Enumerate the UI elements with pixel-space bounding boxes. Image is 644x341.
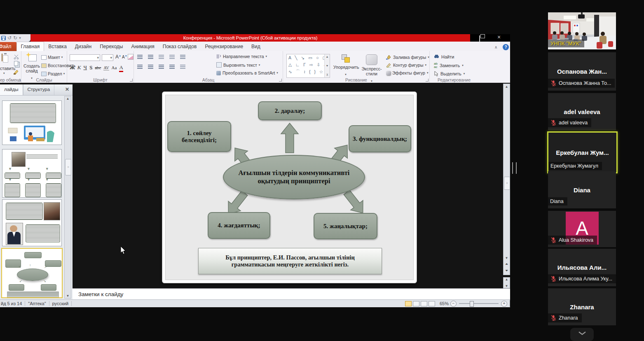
redo-icon[interactable]: ↻ bbox=[13, 35, 17, 40]
shapes-gallery[interactable]: A ╲ ↘ ▭ ○ ▢ △ ∟ Γ ⇨ ⇩ ▱ ∿ ⌒ ≀ { } ☆ ▲▼⊼ bbox=[286, 54, 330, 78]
find-button[interactable]: Найти bbox=[434, 54, 454, 59]
participant-tile[interactable]: Ильясова Али... Ильясова Алима Уку... bbox=[548, 249, 616, 286]
paste-button[interactable] bbox=[2, 54, 2, 61]
participant-tile[interactable]: Diana Diana bbox=[548, 171, 616, 208]
collapse-ribbon-icon[interactable]: ∧ bbox=[494, 45, 497, 49]
close-window-button[interactable]: × bbox=[497, 34, 501, 40]
tab-animations[interactable]: Анимация bbox=[127, 42, 158, 51]
shape-box-4[interactable]: 4. жағдаяттық; bbox=[208, 212, 270, 239]
text-shadow-button[interactable]: S bbox=[89, 64, 92, 71]
slide-thumbnail-2[interactable]: ▼▼▼ ▼▼▼ bbox=[2, 149, 62, 198]
align-text-button[interactable]: Выровнять текст▾ bbox=[216, 62, 260, 68]
section-button[interactable]: Раздел▾ bbox=[41, 71, 65, 76]
increase-indent-icon[interactable] bbox=[169, 55, 175, 59]
line-spacing-icon[interactable] bbox=[180, 55, 185, 59]
previous-slide-icon[interactable]: ⏶ bbox=[505, 262, 508, 266]
clear-formatting-icon[interactable] bbox=[128, 54, 133, 60]
save-icon[interactable] bbox=[1, 36, 6, 40]
font-size-combo[interactable]: ▾ bbox=[102, 54, 113, 61]
shape-effects-button[interactable]: Эффекты фигур▾ bbox=[386, 70, 428, 75]
convert-smartart-button[interactable]: Преобразовать в SmartArt▾ bbox=[216, 70, 278, 75]
notes-pane[interactable]: Заметки к слайду bbox=[73, 288, 510, 299]
tab-file[interactable]: Файл bbox=[0, 42, 16, 51]
panel-resize-handle[interactable] bbox=[512, 162, 517, 174]
decrease-indent-icon[interactable] bbox=[159, 55, 164, 59]
replace-button[interactable]: abac Заменить▾ bbox=[434, 62, 464, 69]
zoom-slider-thumb[interactable] bbox=[470, 301, 474, 307]
zoom-in-button[interactable]: + bbox=[501, 301, 507, 307]
justify-icon[interactable] bbox=[169, 65, 175, 69]
close-panel-icon[interactable]: ✕ bbox=[62, 84, 73, 95]
font-dialog-launcher[interactable] bbox=[130, 79, 133, 82]
drawing-dialog-launcher[interactable] bbox=[426, 79, 429, 82]
slide-thumbnail-4-selected[interactable]: ↑ ↖ ↗ ↙ ↘ bbox=[1, 248, 63, 298]
shape-outline-button[interactable]: Контур фигуры▾ bbox=[386, 63, 426, 68]
slide-canvas[interactable]: 2. даралау; 1. сөйлеу белсенділігі; 3. ф… bbox=[162, 91, 417, 283]
change-case-button[interactable]: Aa bbox=[112, 65, 117, 70]
grow-font-button[interactable]: А▲ bbox=[115, 54, 121, 60]
shapes-gallery-scrollbar[interactable]: ▲▼⊼ bbox=[324, 54, 330, 77]
shape-box-3[interactable]: 3. функционалдық; bbox=[349, 125, 411, 152]
slide-thumbnail-3[interactable] bbox=[2, 199, 62, 246]
format-painter-icon[interactable] bbox=[14, 69, 19, 75]
text-direction-button[interactable]: Направление текста▾ bbox=[216, 54, 267, 59]
scroll-thumb[interactable]: = bbox=[504, 177, 510, 190]
font-color-button[interactable]: A bbox=[119, 64, 123, 72]
notes-scroll-up-icon[interactable]: ▲ bbox=[505, 278, 508, 281]
reading-view-button[interactable] bbox=[421, 301, 427, 306]
shape-fill-button[interactable]: Заливка фигуры▾ bbox=[386, 55, 429, 60]
shrink-font-button[interactable]: А▼ bbox=[122, 55, 127, 59]
participant-tile[interactable]: Zhanara Zhanara bbox=[548, 288, 616, 325]
scroll-up-icon[interactable]: ▲ bbox=[505, 85, 508, 89]
tab-outline[interactable]: Структура bbox=[23, 84, 55, 95]
strikethrough-button[interactable]: abc bbox=[95, 65, 101, 70]
align-right-icon[interactable] bbox=[159, 65, 164, 69]
participant-tile-active-speaker[interactable]: Еркебулан Жум... Еркебулан Жумагул bbox=[547, 131, 618, 173]
zoom-slider[interactable] bbox=[459, 303, 499, 304]
bullets-icon[interactable] bbox=[137, 55, 143, 59]
paragraph-dialog-launcher[interactable] bbox=[279, 79, 282, 82]
bold-button[interactable]: Ж bbox=[70, 64, 75, 71]
thumbnails-scroll-thumb[interactable]: = bbox=[65, 159, 71, 175]
tab-review[interactable]: Рецензирование bbox=[201, 42, 247, 51]
font-name-combo[interactable]: ▾ bbox=[70, 54, 100, 61]
slide-banner-text[interactable]: Бұл принциптер, Е.И. Пассов, ағылшын тіл… bbox=[198, 248, 382, 274]
zoom-out-button[interactable]: − bbox=[450, 301, 457, 307]
tab-transitions[interactable]: Переходы bbox=[96, 42, 127, 51]
fit-to-window-button[interactable] bbox=[510, 300, 510, 307]
thumbnails-scroll-down-icon[interactable]: ▼ bbox=[66, 294, 70, 298]
undo-icon[interactable]: ↺ bbox=[7, 35, 12, 40]
tab-view[interactable]: Вид bbox=[247, 42, 265, 51]
notes-scrollbar[interactable]: ▲ ▼ bbox=[503, 277, 510, 288]
select-button[interactable]: Выделить▾ bbox=[434, 71, 465, 76]
participant-tile[interactable]: Оспанова Жан... Оспанова Жанна То... bbox=[548, 52, 616, 91]
thumbnails-scrollbar[interactable]: ▲ = ▼ bbox=[64, 96, 71, 299]
tab-insert[interactable]: Вставка bbox=[44, 42, 71, 51]
layout-button[interactable]: Макет▾ bbox=[41, 55, 63, 60]
tab-design[interactable]: Дизайн bbox=[71, 42, 96, 51]
participant-tile[interactable]: adel valeeva adel valeeva bbox=[548, 93, 616, 130]
participant-tile[interactable]: A Alua Shakirova bbox=[548, 211, 616, 247]
align-center-icon[interactable] bbox=[148, 65, 153, 69]
shape-box-5[interactable]: 5. жаңалықтар; bbox=[314, 213, 377, 239]
help-icon[interactable]: ? bbox=[503, 44, 509, 50]
italic-button[interactable]: К bbox=[77, 64, 81, 71]
normal-view-button[interactable] bbox=[405, 301, 412, 306]
shape-box-1[interactable]: 1. сөйлеу белсенділігі; bbox=[167, 121, 231, 152]
tab-slides-thumbnails[interactable]: лайды bbox=[0, 84, 23, 95]
new-slide-button[interactable]: Создать слайд ▾ bbox=[23, 54, 40, 81]
scroll-down-icon[interactable]: ▼ bbox=[505, 256, 508, 260]
tab-home[interactable]: Главная bbox=[16, 42, 44, 51]
clipboard-dialog-launcher[interactable] bbox=[17, 79, 20, 82]
underline-button[interactable]: Ч bbox=[84, 64, 87, 71]
slide-sorter-view-button[interactable] bbox=[413, 301, 419, 306]
align-left-icon[interactable] bbox=[137, 65, 143, 69]
copy-icon[interactable] bbox=[14, 61, 18, 66]
slide-editor-area[interactable]: 2. даралау; 1. сөйлеу белсенділігі; 3. ф… bbox=[73, 83, 510, 288]
arrange-button[interactable]: Упорядочить ▾ bbox=[333, 54, 358, 77]
restore-window-button[interactable] bbox=[479, 36, 480, 42]
shape-box-2[interactable]: 2. даралау; bbox=[258, 101, 322, 120]
editor-scrollbar[interactable]: ▲ = ▼ ⏶ ⏷ bbox=[503, 84, 510, 275]
numbering-icon[interactable] bbox=[148, 55, 153, 59]
thumbnails-scroll-up-icon[interactable]: ▲ bbox=[66, 97, 70, 100]
